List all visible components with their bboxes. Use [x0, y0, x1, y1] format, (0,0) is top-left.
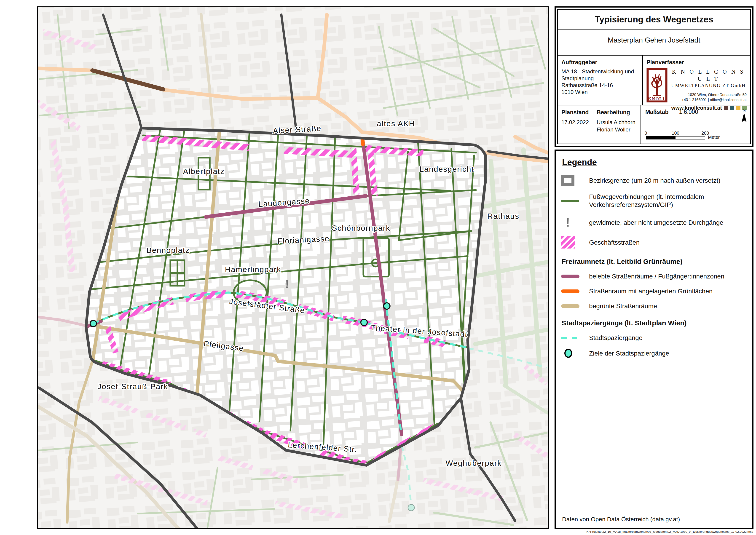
data-source-note: Daten von Open Data Österreich (data.gv.…	[562, 516, 680, 523]
legend-item: Ziele der Stadtspaziergänge	[561, 349, 747, 358]
unbuilt-passage-icon: !	[285, 277, 289, 291]
teal-circle-icon	[561, 349, 583, 358]
legend-item-label: belebte Straßenräume / Fußgänger:innenzo…	[589, 272, 724, 280]
map-label: Rathaus	[487, 212, 519, 220]
walk-destination-marker	[408, 504, 414, 511]
plan-sheet: ! Alser Straßealtes AKHAlbertplatzLandes…	[0, 0, 756, 535]
planstand-heading: Planstand	[561, 109, 589, 116]
masstab-value: 1:6.000	[679, 109, 698, 118]
map-label: Josef-Strauß-Park	[98, 382, 168, 391]
map-label: Bennoplatz	[146, 246, 189, 254]
legend-section-heading: Freiraumnetz (lt. Leitbild Grünräume)	[562, 258, 747, 266]
legend-item-label: Ziele der Stadtspaziergänge	[589, 349, 669, 357]
north-arrow: N	[741, 108, 747, 124]
legend-item-label: Stadtspaziergänge	[589, 334, 643, 342]
author-heading: Planverfasser	[646, 59, 747, 66]
map-label: Landesgericht	[419, 165, 474, 173]
map-label: altes AKH	[377, 119, 415, 128]
bearbeitung-heading: Bearbeitung	[597, 109, 635, 116]
author-company-type: UMWELTPLANUNG ZT GmbH	[670, 83, 747, 89]
map-label: Schönbornpark	[332, 224, 390, 232]
info-panel: Typisierung des Wegenetzes Masterplan Ge…	[554, 6, 753, 529]
plan-title: Typisierung des Wegenetzes	[558, 10, 750, 30]
legend-section-heading: Stadtspaziergänge (lt. Stadtplan Wien)	[562, 319, 747, 327]
maroon-line-icon	[561, 275, 583, 278]
walk-destination-marker	[90, 320, 97, 327]
orange-line-icon	[561, 290, 583, 293]
boundary-icon	[561, 175, 583, 186]
author-contact: +43 1 2166091 | office@knollconsult.at	[670, 97, 747, 102]
scale-bar: 0 100 200 Meter	[646, 130, 714, 139]
legend-items: Bezirksgrenze (um 20 m nach außen verset…	[561, 175, 747, 358]
plan-subtitle: Masterplan Gehen Josefstadt	[558, 30, 750, 56]
legend-item-label: Geschäftsstraßen	[589, 239, 640, 246]
map-label: Weghuberpark	[445, 459, 502, 467]
tan-line-icon	[561, 304, 583, 308]
legend-item: Fußwegeverbindungen (lt. intermodalem Ve…	[561, 193, 747, 209]
unbuilt-passage-marks: !	[285, 277, 289, 291]
legend-item-label: begrünte Straßenräume	[589, 302, 657, 310]
map-area: ! Alser Straßealtes AKHAlbertplatzLandes…	[37, 6, 549, 529]
masstab-heading: Maßstab	[645, 109, 668, 115]
legend-item: Straßenraum mit angelagerten Grünflächen	[561, 287, 747, 295]
legend-heading: Legende	[562, 157, 747, 167]
knoll-logo: KNOLL	[646, 68, 667, 102]
planstand-date: 17.02.2022	[561, 119, 589, 126]
green-line-icon	[561, 200, 583, 202]
legend-item: Stadtspaziergänge	[561, 334, 747, 342]
client-cell: Auftraggeber MA 18 - Stadtentwicklung un…	[558, 56, 643, 105]
legend-item: Geschäftsstraßen	[561, 236, 747, 248]
legend-item: belebte Straßenräume / Fußgänger:innenzo…	[561, 272, 747, 280]
hatch-icon	[561, 236, 583, 248]
legend-item-label: Bezirksgrenze (um 20 m nach außen verset…	[589, 177, 720, 184]
svg-text:KNOLL: KNOLL	[648, 97, 666, 101]
masstab-cell: Maßstab 1:6.000 N 0 100 200	[641, 105, 750, 144]
author-address: 1020 Wien, Obere Donaustraße 59	[670, 92, 747, 97]
map-svg: ! Alser Straßealtes AKHAlbertplatzLandes…	[38, 7, 548, 528]
legend-block: Legende Bezirksgrenze (um 20 m nach auße…	[554, 150, 753, 529]
author-name: K N O L L C O N S U L T	[670, 68, 747, 83]
planstand-cell: Planstand 17.02.2022 Bearbeitung Ursula …	[558, 105, 641, 144]
bearbeitung-names: Ursula Aichhorn Florian Woller	[597, 119, 635, 133]
legend-item: Bezirksgrenze (um 20 m nach außen verset…	[561, 175, 747, 186]
map-label: Albertplatz	[183, 167, 225, 176]
legend-item-label: Fußwegeverbindungen (lt. intermodalem Ve…	[589, 193, 740, 209]
walk-destination-marker	[361, 319, 367, 325]
file-path: K:\Projekte\22_19_MA18_MasterplanGehen\0…	[587, 530, 753, 533]
client-heading: Auftraggeber	[561, 59, 638, 66]
legend-item-label: gewidmete, aber nicht umgesetzte Durchgä…	[589, 218, 723, 227]
title-block: Typisierung des Wegenetzes Masterplan Ge…	[554, 6, 753, 147]
walk-destination-marker	[384, 303, 390, 309]
map-label: Hamerlingpark	[225, 265, 281, 274]
legend-item-label: Straßenraum mit angelagerten Grünflächen	[589, 287, 713, 295]
client-address: MA 18 - Stadtentwicklung und Stadtplanun…	[561, 68, 638, 96]
legend-item: begrünte Straßenräume	[561, 302, 747, 310]
exclamation-icon: !	[561, 215, 574, 229]
legend-item: !gewidmete, aber nicht umgesetzte Durchg…	[561, 215, 747, 229]
teal-dash-icon	[561, 337, 583, 339]
author-cell: Planverfasser	[643, 56, 750, 105]
